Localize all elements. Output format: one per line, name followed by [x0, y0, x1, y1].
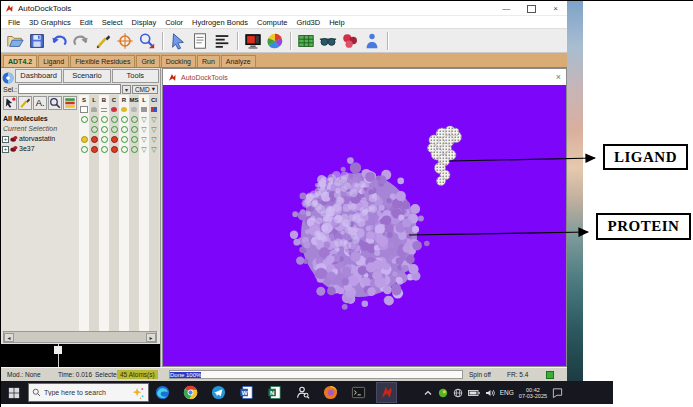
- cell-circle[interactable]: [91, 136, 98, 143]
- tree-row-current-selection[interactable]: Current Selection▽▽: [1, 124, 159, 134]
- panel-tab-tools[interactable]: Tools: [112, 69, 159, 83]
- language-indicator[interactable]: ENG: [500, 389, 514, 396]
- tree-label[interactable]: Current Selection: [3, 124, 57, 134]
- cell-circle[interactable]: [81, 116, 88, 123]
- scroll-right-button[interactable]: ►: [146, 333, 156, 342]
- cell-circle[interactable]: [111, 116, 118, 123]
- word-icon[interactable]: W: [237, 383, 256, 402]
- firefox-icon[interactable]: [321, 383, 340, 402]
- menu-hydrogen-bonds[interactable]: Hydrogen Bonds: [192, 18, 248, 27]
- panel-tab-scenario[interactable]: Scenario: [63, 69, 110, 83]
- frame-slider[interactable]: [54, 346, 62, 354]
- menu-file[interactable]: File: [8, 18, 20, 27]
- redo-button[interactable]: [71, 31, 91, 51]
- screen-monitor-button[interactable]: [243, 31, 263, 51]
- menu-edit[interactable]: Edit: [80, 18, 93, 27]
- align-lines-button[interactable]: [212, 31, 232, 51]
- tab-adt4-2[interactable]: ADT4.2: [3, 55, 37, 67]
- clock[interactable]: 00:42 07-03-2025: [519, 387, 547, 399]
- cell-circle[interactable]: [111, 126, 118, 133]
- menu-color[interactable]: Color: [165, 18, 183, 27]
- cell-circle[interactable]: [111, 146, 118, 153]
- person-help-button[interactable]: [362, 31, 382, 51]
- color-wheel-button[interactable]: [265, 31, 285, 51]
- viewer-close-icon[interactable]: ×: [556, 69, 561, 85]
- globe-icon[interactable]: [453, 388, 463, 398]
- menu-select[interactable]: Select: [102, 18, 123, 27]
- green-status-icon[interactable]: [438, 388, 448, 398]
- tab-grid[interactable]: Grid: [136, 55, 159, 67]
- cell-triangle[interactable]: ▽: [151, 146, 158, 153]
- tree-label[interactable]: atorvastatin: [19, 134, 55, 144]
- terminal-icon[interactable]: [349, 383, 368, 402]
- cell-triangle[interactable]: ▽: [141, 116, 148, 123]
- cell-circle[interactable]: [121, 146, 128, 153]
- selection-input[interactable]: [18, 84, 121, 94]
- battery-icon[interactable]: [468, 388, 480, 398]
- cell-triangle[interactable]: ▽: [151, 136, 158, 143]
- volume-icon[interactable]: [485, 388, 495, 398]
- tree-row-all-molecules[interactable]: All Molecules▽▽: [1, 114, 159, 124]
- cell-triangle[interactable]: ▽: [141, 146, 148, 153]
- menu-grid3d[interactable]: Grid3D: [296, 18, 320, 27]
- cell-circle[interactable]: [111, 136, 118, 143]
- expand-toggle[interactable]: +: [2, 136, 9, 143]
- panel-tab-dashboard[interactable]: Dashboard: [15, 69, 62, 83]
- center-target-button[interactable]: [115, 31, 135, 51]
- menu-display[interactable]: Display: [132, 18, 157, 27]
- selection-dropdown[interactable]: ▾: [122, 85, 131, 94]
- tab-run[interactable]: Run: [197, 55, 220, 67]
- menu-compute[interactable]: Compute: [257, 18, 287, 27]
- cell-circle[interactable]: [81, 146, 88, 153]
- tree-row-3e37[interactable]: +3e37▽▽: [1, 144, 159, 154]
- notification-icon[interactable]: [552, 387, 563, 398]
- chrome-icon[interactable]: [181, 383, 200, 402]
- pick-arrow-button[interactable]: [3, 96, 17, 110]
- scroll-left-button[interactable]: ◄: [4, 333, 14, 342]
- search-input[interactable]: Type here to search: [44, 389, 128, 396]
- spin-toggle[interactable]: Spin off: [469, 371, 491, 378]
- cell-triangle[interactable]: ▽: [141, 136, 148, 143]
- tab-flexible-residues[interactable]: Flexible Residues: [70, 55, 135, 67]
- horizontal-scrollbar[interactable]: ◄ ►: [3, 331, 157, 343]
- spreadsheet-button[interactable]: [296, 31, 316, 51]
- cmd-dropdown[interactable]: CMD ▾: [132, 85, 158, 94]
- minimize-button[interactable]: —: [502, 1, 510, 16]
- text-document-button[interactable]: [190, 31, 210, 51]
- chevron-up-icon[interactable]: [423, 388, 433, 398]
- open-file-button[interactable]: [5, 31, 25, 51]
- paintbrush-button[interactable]: [18, 96, 32, 110]
- menu-3d-graphics[interactable]: 3D Graphics: [29, 18, 71, 27]
- cell-circle[interactable]: [131, 136, 138, 143]
- zoom-magnifier-button[interactable]: [48, 96, 62, 110]
- cell-circle[interactable]: [131, 146, 138, 153]
- label-a-button[interactable]: A.: [33, 96, 47, 110]
- stereo-glasses-button[interactable]: [318, 31, 338, 51]
- cell-triangle[interactable]: ▽: [151, 126, 158, 133]
- molecule-set-button[interactable]: [340, 31, 360, 51]
- start-button[interactable]: [1, 381, 27, 404]
- close-button[interactable]: ×: [553, 1, 558, 16]
- cell-circle[interactable]: [121, 136, 128, 143]
- tree-label[interactable]: 3e37: [19, 144, 35, 154]
- cell-circle[interactable]: [101, 146, 108, 153]
- cursor-arrow-button[interactable]: [168, 31, 188, 51]
- edge-icon[interactable]: [153, 383, 172, 402]
- cell-circle[interactable]: [81, 136, 88, 143]
- cell-circle[interactable]: [91, 126, 98, 133]
- save-file-button[interactable]: [27, 31, 47, 51]
- undo-button[interactable]: [49, 31, 69, 51]
- cell-circle[interactable]: [101, 136, 108, 143]
- zoom-select-button[interactable]: [137, 31, 157, 51]
- cell-circle[interactable]: [121, 126, 128, 133]
- cell-circle[interactable]: [101, 116, 108, 123]
- people-search-icon[interactable]: [293, 383, 312, 402]
- cell-circle[interactable]: [91, 146, 98, 153]
- tab-ligand[interactable]: Ligand: [38, 55, 69, 67]
- cell-triangle[interactable]: ▽: [151, 116, 158, 123]
- tab-docking[interactable]: Docking: [161, 55, 196, 67]
- edit-pen-button[interactable]: [93, 31, 113, 51]
- viewer-canvas[interactable]: [163, 85, 566, 366]
- cell-circle[interactable]: [101, 126, 108, 133]
- taskbar-search[interactable]: Type here to search: [28, 383, 149, 402]
